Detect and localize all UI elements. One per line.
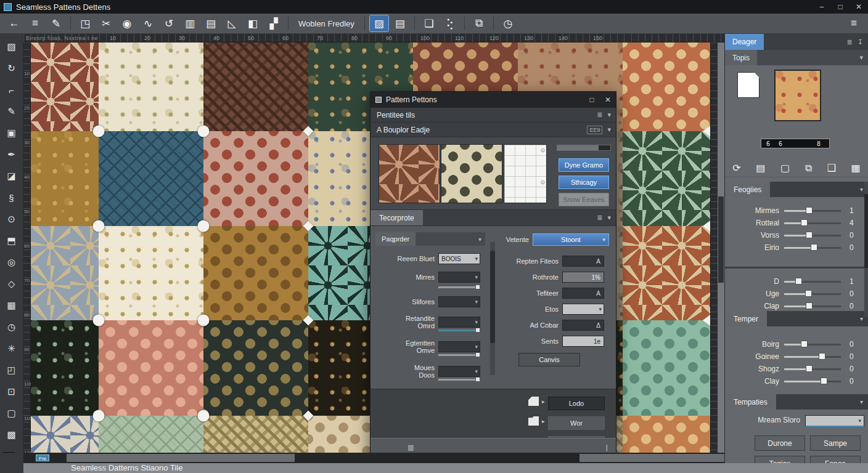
scroll-chip[interactable]: Fre	[36, 455, 49, 461]
scatter-icon[interactable]: ⢕	[441, 15, 459, 31]
slider-track[interactable]	[784, 356, 841, 358]
tile-handle-circle[interactable]	[198, 410, 210, 422]
slider-thumb[interactable]	[801, 341, 808, 347]
pattern-tile-r3c0[interactable]	[31, 320, 99, 416]
target-tool-icon[interactable]: ◎	[4, 254, 20, 270]
copy-icon[interactable]: ⧉	[470, 15, 488, 31]
toolbar-dropdown-label[interactable]: Woblen Fredley	[298, 19, 354, 28]
pattern-tile-r4c2[interactable]	[203, 416, 308, 453]
preview-grid-thumbnail[interactable]: ⊙ ⊙	[504, 144, 547, 203]
param-slider[interactable]	[438, 329, 480, 331]
dialog-close-button[interactable]: ✕	[600, 92, 616, 108]
comment-icon[interactable]: ❑	[827, 162, 836, 174]
slider-track[interactable]	[784, 235, 841, 236]
dialog-search-row[interactable]: Pentitee tils ≣ ▾	[371, 108, 616, 123]
param-select[interactable]: ▾	[438, 272, 480, 283]
pattern-tile-r0c0[interactable]	[31, 42, 99, 131]
tile-handle-circle[interactable]	[93, 410, 105, 422]
wor-button[interactable]: Wor	[548, 416, 605, 430]
pattern-tile-r2c1[interactable]	[99, 226, 203, 320]
menu-icon[interactable]: ≡	[26, 15, 44, 31]
sthicagy-button[interactable]: Sthicagy	[559, 176, 609, 189]
layout-icon[interactable]: ◧	[244, 15, 262, 31]
param-select[interactable]: ▾	[438, 366, 480, 377]
pattern-tile-r1c2[interactable]	[203, 131, 308, 226]
back-icon[interactable]: ←	[5, 15, 23, 31]
dialog-section-header[interactable]: Tecorprote ≣ ▾	[371, 210, 616, 226]
tile-handle-triangle[interactable]	[703, 315, 710, 326]
slider-track[interactable]	[784, 222, 841, 224]
clock-tool-icon[interactable]: ◷	[4, 319, 20, 335]
preview-thumbnail-2[interactable]	[441, 144, 502, 203]
params-scrollbar-thumb[interactable]	[490, 251, 495, 343]
pattern-tool-icon[interactable]: ▨	[4, 39, 20, 55]
duplicate-icon[interactable]: ⧉	[805, 163, 812, 174]
param-slider-thumb[interactable]	[475, 328, 480, 333]
print-icon[interactable]: ▤	[202, 15, 220, 31]
pattern-tile-r4c6[interactable]	[623, 416, 710, 453]
param-slider[interactable]	[438, 379, 480, 381]
tile-handle-circle[interactable]	[93, 126, 105, 137]
section-feogiies[interactable]: Feogiies ▾	[725, 182, 868, 197]
frame-tool-icon[interactable]: ▢	[4, 405, 20, 421]
chevron-down-icon[interactable]: ▾	[607, 126, 611, 134]
param-field[interactable]: 1e	[562, 336, 604, 347]
dyne-gramo-button[interactable]: Dyne Gramo	[559, 158, 609, 172]
pattern-tile-r2c2[interactable]	[203, 226, 308, 320]
slider-thumb[interactable]	[806, 302, 813, 309]
mream-sloro-select[interactable]: ▾	[805, 415, 864, 427]
pattern-thumbnail[interactable]	[774, 70, 821, 121]
list-icon[interactable]: ≣	[847, 38, 853, 46]
dialog-sample-row[interactable]: A Bouplor Eadje EE9 ▾	[371, 123, 616, 137]
durone-button[interactable]: Durone	[755, 435, 805, 451]
section-tab[interactable]: Tecorprote	[371, 210, 423, 225]
slider-thumb[interactable]	[795, 278, 802, 285]
param-field[interactable]: A	[562, 256, 604, 267]
panel-scrollbar[interactable]	[864, 182, 868, 317]
pattern-tile-r1c6[interactable]	[623, 131, 710, 226]
param-select[interactable]: BOOIS▾	[438, 253, 480, 264]
set-square-icon[interactable]: ◺	[223, 15, 241, 31]
slider-thumb[interactable]	[801, 219, 808, 226]
vetente-select[interactable]: Stoont ▾	[533, 233, 609, 246]
left-params-tab[interactable]: Paqprder	[375, 232, 416, 246]
brush-tool-icon[interactable]: ✎	[4, 103, 20, 119]
stamp-tool-icon[interactable]: ▣	[4, 125, 20, 141]
tile-handle-circle[interactable]	[198, 315, 210, 326]
crop-icon[interactable]: ✂	[97, 15, 115, 31]
book-icon[interactable]: ▥	[181, 15, 199, 31]
canvis-button[interactable]: Canvis	[518, 353, 580, 366]
pages-icon[interactable]: ❏	[420, 15, 438, 31]
slider-track[interactable]	[784, 368, 841, 370]
pattern-tile-r1c0[interactable]	[31, 131, 99, 226]
panel-scrollbar-thumb[interactable]	[864, 194, 868, 268]
slider-track[interactable]	[784, 344, 841, 346]
camera-tool-icon[interactable]: ⊡	[4, 384, 20, 400]
vertical-scrollbar[interactable]	[718, 42, 724, 453]
slider-thumb[interactable]	[811, 244, 817, 251]
rotate-tool-icon[interactable]: ↻	[4, 60, 20, 76]
param-slider[interactable]	[438, 354, 480, 356]
horizontal-scrollbar-thumb[interactable]	[579, 454, 724, 462]
menu-icon[interactable]: ≣	[597, 214, 602, 222]
tile-handle-circle[interactable]	[93, 315, 105, 326]
pattern-tile-r3c6[interactable]	[623, 320, 710, 416]
slider-thumb[interactable]	[806, 207, 813, 214]
param-field[interactable]: Δ	[562, 320, 604, 331]
image-tool-icon[interactable]: ▦	[4, 297, 20, 313]
pin-icon[interactable]: ◉	[118, 15, 136, 31]
horizontal-scrollbar[interactable]: Fre	[23, 453, 724, 463]
export-icon[interactable]: ◳	[76, 15, 94, 31]
transform-icon[interactable]: ▨	[370, 15, 388, 31]
section-tab[interactable]: Feogiies	[725, 182, 770, 197]
pattern-tile-r0c1[interactable]	[99, 42, 203, 131]
bp-tool-icon[interactable]: §	[4, 190, 20, 206]
lodo-button[interactable]: Lodo	[548, 397, 605, 410]
param-select[interactable]: ▾	[438, 296, 480, 307]
chevron-down-icon[interactable]: ▾	[859, 54, 863, 62]
param-select[interactable]: ▾	[438, 341, 480, 352]
page-icon[interactable]: ▢	[780, 162, 790, 174]
pattern-tile-r0c2[interactable]	[203, 42, 308, 131]
align-icon[interactable]: ▤	[756, 162, 765, 174]
slider-thumb[interactable]	[821, 378, 827, 384]
